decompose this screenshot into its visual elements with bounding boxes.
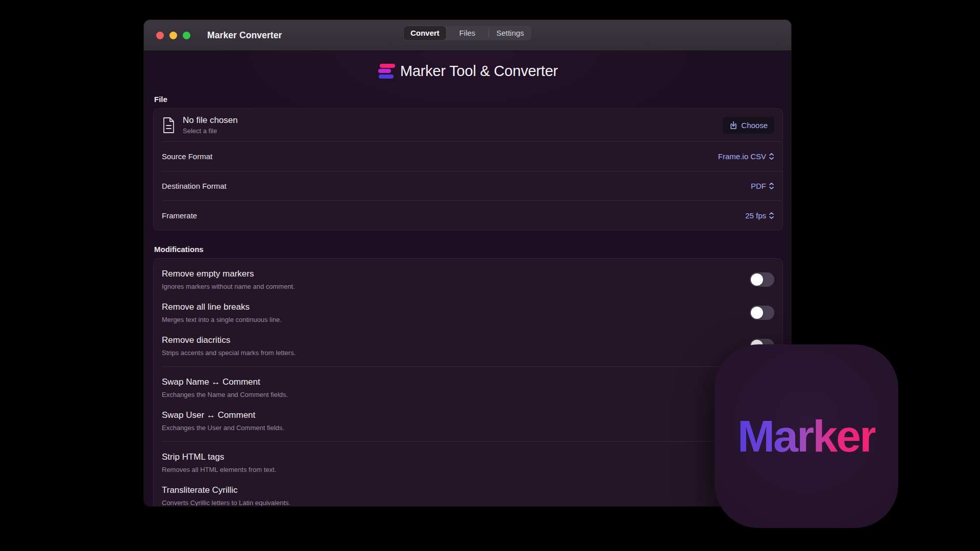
remove-diacritics-row: Remove diacritics Strips accents and spe…: [154, 329, 782, 362]
source-format-label: Source Format: [162, 152, 212, 161]
mod-title: Remove diacritics: [162, 335, 750, 345]
file-chooser-row: No file chosen Select a file Choose: [154, 109, 782, 141]
strip-html-row[interactable]: Strip HTML tags Removes all HTML element…: [154, 446, 782, 479]
mod-title: Transliterate Cyrillic: [162, 485, 774, 495]
app-window: Marker Converter Convert Files Settings …: [144, 20, 791, 506]
zoom-button[interactable]: [183, 32, 190, 39]
framerate-label: Framerate: [162, 211, 197, 220]
destination-format-select[interactable]: PDF: [751, 182, 774, 190]
mod-subtitle: Exchanges the User and Comment fields.: [162, 424, 774, 432]
mod-title: Remove empty markers: [162, 269, 750, 279]
chevron-up-down-icon: [769, 212, 774, 219]
destination-format-label: Destination Format: [162, 182, 227, 190]
desktop: Marker Converter Convert Files Settings …: [0, 0, 980, 551]
mod-subtitle: Converts Cyrillic letters to Latin equiv…: [162, 499, 774, 506]
modifications-section-label: Modifications: [154, 245, 783, 254]
mod-subtitle: Strips accents and special marks from le…: [162, 349, 750, 357]
choose-file-button[interactable]: Choose: [723, 117, 774, 134]
file-card: No file chosen Select a file Choose: [153, 108, 783, 231]
swap-name-comment-row[interactable]: Swap Name ↔ Comment Exchanges the Name a…: [154, 371, 782, 404]
mod-title: Swap User ↔ Comment: [162, 410, 774, 420]
framerate-row: Framerate 25 fps: [154, 201, 782, 230]
source-format-row: Source Format Frame.io CSV: [154, 142, 782, 171]
marker-logo-icon: [378, 64, 395, 79]
tab-files[interactable]: Files: [446, 26, 488, 40]
mod-title: Strip HTML tags: [162, 452, 774, 462]
group-divider: [162, 441, 782, 442]
mod-subtitle: Merges text into a single continuous lin…: [162, 316, 750, 323]
chevron-up-down-icon: [769, 182, 774, 190]
mod-subtitle: Exchanges the Name and Comment fields.: [162, 391, 774, 398]
modifications-card: Remove empty markers Ignores markers wit…: [153, 258, 783, 506]
group-divider: [162, 366, 782, 367]
page-title-row: Marker Tool & Converter: [153, 51, 783, 81]
mod-subtitle: Removes all HTML elements from text.: [162, 466, 774, 473]
tab-settings[interactable]: Settings: [489, 26, 531, 40]
tab-bar: Convert Files Settings: [404, 26, 531, 40]
remove-empty-markers-toggle[interactable]: [750, 272, 774, 287]
swap-user-comment-row[interactable]: Swap User ↔ Comment Exchanges the User a…: [154, 404, 782, 437]
file-name: No file chosen: [183, 115, 238, 126]
window-controls: [156, 32, 190, 39]
mod-title: Swap Name ↔ Comment: [162, 377, 774, 387]
window-title: Marker Converter: [207, 30, 282, 41]
tab-convert[interactable]: Convert: [404, 26, 446, 40]
marker-app-icon-text: Marker: [738, 410, 876, 462]
document-icon: [162, 117, 176, 134]
remove-empty-markers-row: Remove empty markers Ignores markers wit…: [154, 263, 782, 296]
file-section-label: File: [154, 95, 783, 104]
remove-line-breaks-row: Remove all line breaks Merges text into …: [154, 296, 782, 329]
source-format-value: Frame.io CSV: [718, 152, 766, 161]
mod-title: Remove all line breaks: [162, 302, 750, 312]
framerate-value: 25 fps: [745, 211, 766, 220]
minimize-button[interactable]: [169, 32, 177, 39]
page-title: Marker Tool & Converter: [400, 63, 558, 80]
chevron-up-down-icon: [769, 153, 774, 160]
mod-subtitle: Ignores markers without name and comment…: [162, 283, 750, 290]
file-info: No file chosen Select a file: [183, 115, 238, 135]
remove-line-breaks-toggle[interactable]: [750, 306, 774, 320]
file-hint: Select a file: [183, 127, 238, 135]
source-format-select[interactable]: Frame.io CSV: [718, 152, 774, 161]
marker-app-icon: Marker: [715, 344, 898, 528]
choose-file-label: Choose: [741, 121, 768, 130]
import-icon: [729, 121, 738, 130]
destination-format-row: Destination Format PDF: [154, 171, 782, 201]
content-area: Marker Tool & Converter File No file c: [144, 51, 791, 506]
destination-format-value: PDF: [751, 182, 766, 190]
titlebar[interactable]: Marker Converter Convert Files Settings: [144, 20, 791, 51]
transliterate-cyrillic-row[interactable]: Transliterate Cyrillic Converts Cyrillic…: [154, 479, 782, 506]
framerate-select[interactable]: 25 fps: [745, 211, 774, 220]
close-button[interactable]: [156, 32, 164, 39]
